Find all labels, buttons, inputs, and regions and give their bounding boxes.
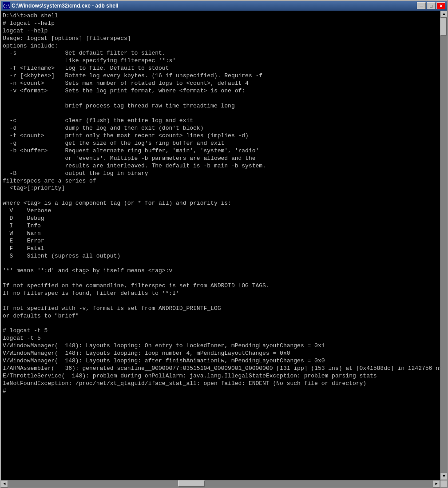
scroll-left-button[interactable]: ◄ bbox=[1, 480, 8, 488]
scroll-vertical-thumb[interactable] bbox=[440, 18, 447, 36]
titlebar: C:\ C:\Windows\system32\cmd.exe - adb sh… bbox=[1, 1, 447, 11]
minimize-button[interactable]: ─ bbox=[417, 2, 426, 9]
svg-text:C:\: C:\ bbox=[3, 4, 10, 8]
scroll-vertical-track[interactable] bbox=[440, 18, 447, 473]
bottom-bar: ◄ ► bbox=[1, 480, 447, 487]
main-window: C:\ C:\Windows\system32\cmd.exe - adb sh… bbox=[0, 0, 448, 488]
scrollbar-corner bbox=[440, 480, 447, 487]
scroll-horizontal-track[interactable] bbox=[8, 480, 433, 488]
horizontal-scrollbar: ◄ ► bbox=[1, 480, 440, 487]
cmd-icon: C:\ bbox=[3, 2, 10, 9]
vertical-scrollbar: ▲ ▼ bbox=[440, 11, 447, 480]
maximize-button[interactable]: □ bbox=[427, 2, 436, 9]
scroll-horizontal-thumb[interactable] bbox=[178, 480, 205, 487]
window-controls: ─ □ ✕ bbox=[417, 2, 445, 9]
scroll-down-button[interactable]: ▼ bbox=[440, 473, 447, 480]
terminal-scrollable[interactable]: D:\d\t>adb shell # logcat --help logcat … bbox=[1, 11, 440, 480]
terminal-output: D:\d\t>adb shell # logcat --help logcat … bbox=[3, 12, 438, 395]
terminal-container: D:\d\t>adb shell # logcat --help logcat … bbox=[1, 11, 447, 480]
window-title: C:\Windows\system32\cmd.exe - adb shell bbox=[12, 3, 417, 9]
scroll-right-button[interactable]: ► bbox=[433, 480, 440, 488]
scroll-up-button[interactable]: ▲ bbox=[440, 11, 447, 18]
close-button[interactable]: ✕ bbox=[436, 2, 445, 9]
